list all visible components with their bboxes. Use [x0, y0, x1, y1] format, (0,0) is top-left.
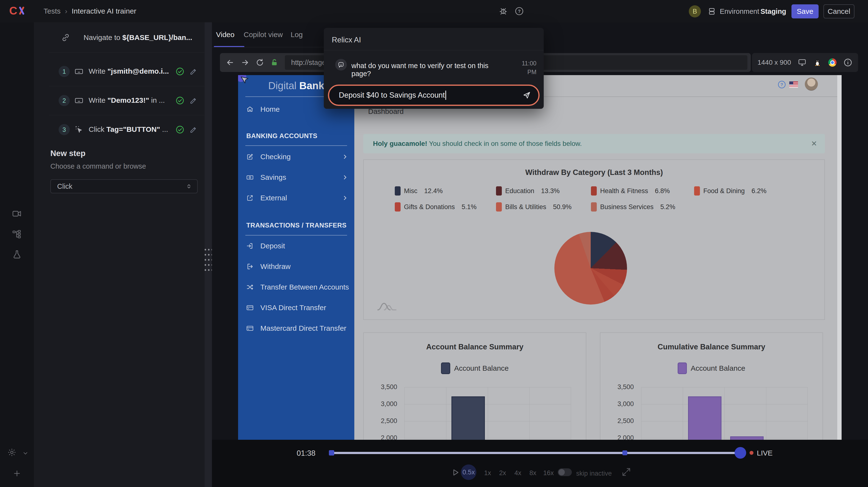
lock-open-icon: [270, 58, 279, 67]
legend-item[interactable]: Food & Dining6.2%: [694, 186, 767, 196]
bank-user-avatar[interactable]: [805, 78, 818, 91]
browser-reload-icon[interactable]: [256, 58, 264, 67]
browser-back-icon[interactable]: [226, 58, 235, 67]
tab-copilot-view[interactable]: Copilot view: [244, 31, 283, 39]
legend-item[interactable]: Business Services5.2%: [591, 202, 675, 212]
step-label: Write "Demo123!" in ...: [89, 96, 176, 104]
help-icon[interactable]: ?: [515, 6, 524, 16]
user-avatar[interactable]: B: [689, 5, 701, 18]
relicx-ai-dialog: Relicx AI what do you want me to verify …: [324, 28, 544, 109]
bank-sidebar: Digital Bank Home BANKING ACCOUNTS Check…: [238, 75, 354, 440]
assistant-input[interactable]: Deposit $40 to Savings Account: [328, 85, 539, 106]
y-tick: 3,500: [612, 383, 634, 391]
browser-forward-icon[interactable]: [241, 58, 249, 67]
environment-label: Environment: [720, 7, 759, 16]
bank-transfers-header: TRANSACTIONS / TRANSFERS: [246, 222, 347, 229]
edit-pencil-icon[interactable]: [189, 125, 197, 134]
playback-time: 01:38: [297, 449, 316, 458]
bank-nav-external[interactable]: External: [238, 191, 354, 206]
alert-close-icon[interactable]: ✕: [811, 139, 817, 148]
y-tick: 2,000: [612, 434, 634, 440]
chevron-down-icon[interactable]: [22, 450, 29, 456]
new-step-subtitle: Choose a command or browse: [51, 162, 146, 170]
credit-card-icon: [246, 304, 254, 311]
progress-start-marker[interactable]: [329, 450, 334, 456]
legend-item[interactable]: Gifts & Donations5.1%: [395, 202, 476, 212]
step-number: 2: [59, 95, 70, 106]
bar-plot-area: [641, 387, 808, 440]
legend-item[interactable]: Bills & Utilities50.9%: [496, 202, 571, 212]
play-icon[interactable]: [451, 468, 460, 477]
flask-icon[interactable]: [12, 249, 22, 259]
settings-gear-icon[interactable]: [7, 448, 17, 457]
command-select-value: Click: [57, 182, 72, 190]
speed-1x[interactable]: 1x: [484, 469, 491, 477]
alert-banner: Holy guacamole! You should check in on s…: [363, 134, 825, 153]
tab-video[interactable]: Video: [216, 31, 235, 39]
logo-x: [17, 5, 25, 16]
video-viewport[interactable]: Digital Bank Home BANKING ACCOUNTS Check…: [238, 75, 842, 440]
flow-tree-icon[interactable]: [12, 229, 22, 239]
speed-0.5x-active[interactable]: 0.5x: [461, 464, 476, 480]
bank-nav-withdraw[interactable]: Withdraw: [238, 260, 354, 274]
bank-nav-mastercard-transfer[interactable]: Mastercard Direct Transfer: [238, 321, 354, 336]
speed-8x[interactable]: 8x: [529, 469, 536, 477]
speed-2x[interactable]: 2x: [499, 469, 506, 477]
replay-player-bar: 01:38 LIVE 0.5x 1x 2x 4x 8x 16x skip ina…: [212, 440, 868, 487]
page-scrollbar[interactable]: [837, 75, 842, 440]
live-dot: [750, 451, 753, 455]
sparkline-icon: [376, 300, 400, 312]
progress-track[interactable]: [331, 452, 741, 454]
save-button[interactable]: Save: [792, 4, 818, 19]
chart-legend[interactable]: Account Balance: [600, 362, 823, 374]
expand-fullscreen-icon[interactable]: [622, 467, 631, 477]
tab-log[interactable]: Log: [290, 31, 303, 39]
speed-16x[interactable]: 16x: [543, 469, 554, 477]
bank-nav-deposit[interactable]: Deposit: [238, 239, 354, 253]
bank-nav-checking[interactable]: Checking: [238, 150, 354, 164]
bank-nav-savings[interactable]: Savings: [238, 170, 354, 185]
speed-4x[interactable]: 4x: [515, 469, 521, 477]
skip-inactive-toggle[interactable]: [558, 468, 572, 476]
chart-legend[interactable]: Account Balance: [364, 362, 586, 374]
edit-pencil-icon[interactable]: [189, 96, 197, 105]
bank-nav-visa-transfer[interactable]: VISA Direct Transfer: [238, 301, 354, 315]
svg-text:?: ?: [518, 9, 521, 14]
step-label: Click Tag="BUTTON" ...: [89, 125, 176, 133]
check-circle-icon: [175, 96, 185, 105]
legend-swatch: [395, 186, 401, 195]
legend-swatch: [678, 362, 687, 374]
add-plus-icon[interactable]: [12, 469, 21, 478]
step-navigate[interactable]: Navigate to ${BASE_URL}/ban...: [84, 33, 200, 42]
savings-icon: [246, 174, 254, 181]
legend-swatch: [395, 202, 401, 212]
send-icon[interactable]: [522, 91, 531, 99]
cancel-button[interactable]: Cancel: [824, 4, 855, 19]
info-icon[interactable]: [843, 58, 852, 67]
progress-step-marker[interactable]: [622, 450, 627, 455]
check-circle-icon: [175, 125, 185, 134]
monitor-icon[interactable]: [798, 58, 806, 67]
bug-icon[interactable]: [498, 6, 508, 16]
bank-help-icon[interactable]: ?: [777, 80, 786, 89]
legend-item[interactable]: Health & Fitness6.8%: [591, 186, 670, 196]
home-icon: [246, 105, 254, 113]
external-link-icon: [246, 194, 254, 202]
progress-knob[interactable]: [735, 447, 746, 459]
bar-account-balance: [452, 396, 485, 440]
legend-item[interactable]: Misc12.4%: [395, 186, 443, 196]
legend-item[interactable]: Education13.3%: [496, 186, 560, 196]
us-flag-icon[interactable]: [789, 82, 798, 88]
new-step-title: New step: [51, 149, 86, 158]
command-select[interactable]: Click: [51, 179, 197, 193]
chevron-right-icon: [342, 153, 348, 160]
legend-swatch: [591, 186, 597, 195]
y-tick: 3,500: [375, 383, 397, 391]
video-camera-icon[interactable]: [12, 209, 22, 218]
legend-swatch: [591, 202, 597, 212]
environment-value[interactable]: Staging: [761, 7, 786, 16]
bank-nav-transfer-between[interactable]: Transfer Between Accounts: [238, 280, 354, 295]
breadcrumb-tests[interactable]: Tests: [43, 7, 61, 15]
edit-pencil-icon[interactable]: [189, 67, 197, 75]
pie-chart-title: Withdraw By Category (Last 3 Months): [364, 168, 825, 177]
